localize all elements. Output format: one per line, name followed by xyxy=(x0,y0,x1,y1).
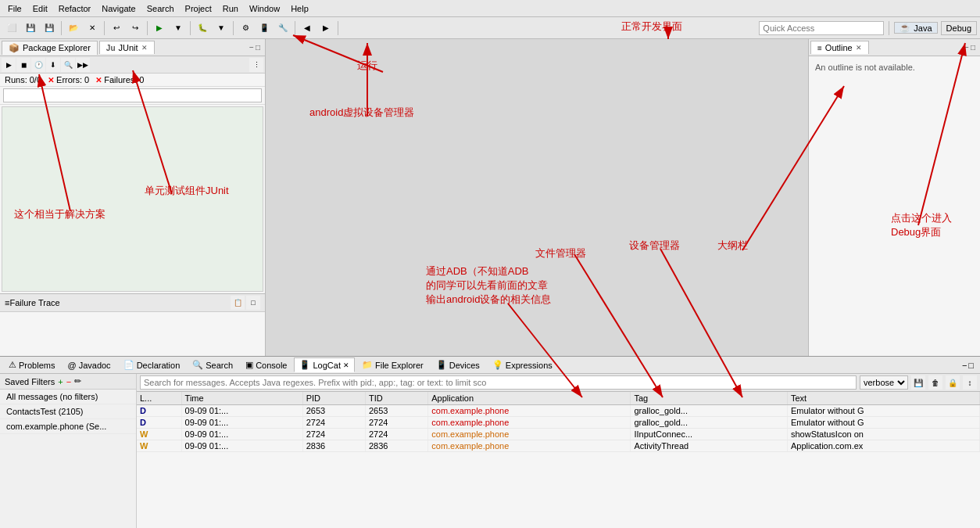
debug-run-btn[interactable]: 🐛 xyxy=(194,20,211,37)
logcat-filter-example[interactable]: com.example.phone (Se... xyxy=(0,419,136,434)
menu-edit[interactable]: Edit xyxy=(28,2,52,15)
menu-search[interactable]: Search xyxy=(142,2,179,15)
sep1 xyxy=(61,21,62,35)
left-panel-controls: − □ xyxy=(249,43,263,52)
junit-search-input[interactable] xyxy=(3,88,262,102)
tab-package-explorer[interactable]: 📦 Package Explorer xyxy=(2,41,98,55)
logcat-expand-btn[interactable]: ↕ xyxy=(963,375,977,390)
logcat-tab-close[interactable]: ✕ xyxy=(343,361,349,369)
logcat-save-btn[interactable]: 💾 xyxy=(911,375,925,390)
logcat-scroll[interactable]: L... Time PID TID Application Tag Text D… xyxy=(137,392,980,528)
logcat-filter-all[interactable]: All messages (no filters) xyxy=(0,390,136,404)
failures-icon: ✕ xyxy=(95,76,102,84)
debug-dropdown-btn[interactable]: ▼ xyxy=(213,20,230,37)
save-btn[interactable]: 💾 xyxy=(22,20,39,37)
failure-trace-max-btn[interactable]: □ xyxy=(246,296,260,310)
avd-btn[interactable]: 📱 xyxy=(256,20,273,37)
junit-more-btn[interactable]: ⋮ xyxy=(249,58,263,72)
minimize-right-btn[interactable]: − xyxy=(964,43,969,52)
junit-stats: Runs: 0/0 ✕ Errors: 0 ✕ Failures: 0 xyxy=(0,74,265,87)
debug-perspective-btn[interactable]: Debug xyxy=(941,21,977,35)
junit-history-btn[interactable]: 🕐 xyxy=(31,58,45,72)
tab-console[interactable]: ▣ Console xyxy=(240,357,292,372)
remove-filter-btn[interactable]: − xyxy=(66,377,71,386)
outline-icon: ≡ xyxy=(817,44,822,52)
sdk-btn[interactable]: 🔧 xyxy=(274,20,291,37)
problems-icon: ⚠ xyxy=(9,360,16,370)
profile-btn[interactable]: ⚙ xyxy=(237,20,254,37)
col-tag: Tag xyxy=(631,392,788,405)
logcat-sidebar: Saved Filters + − ✏ All messages (no fil… xyxy=(0,374,137,528)
junit-collapse-btn[interactable]: ▶▶ xyxy=(76,58,90,72)
sep6 xyxy=(295,21,295,35)
verbose-select[interactable]: verbose debug info warn error xyxy=(860,375,908,390)
junit-content-area xyxy=(2,106,263,292)
tab-search[interactable]: 🔍 Search xyxy=(187,357,238,372)
redo-btn[interactable]: ↪ xyxy=(127,20,144,37)
close-btn[interactable]: ✕ xyxy=(84,20,101,37)
table-row[interactable]: D 09-09 01:... 2724 2724 com.example.pho… xyxy=(137,417,980,429)
tab-file-explorer[interactable]: 📁 File Explorer xyxy=(356,357,429,372)
table-row[interactable]: D 09-09 01:... 2653 2653 com.example.pho… xyxy=(137,405,980,417)
save-all-btn[interactable]: 💾 xyxy=(41,20,58,37)
undo-btn[interactable]: ↩ xyxy=(108,20,125,37)
forward-btn[interactable]: ▶ xyxy=(317,20,334,37)
tab-problems[interactable]: ⚠ Problems xyxy=(3,357,60,372)
table-row[interactable]: W 09-09 01:... 2836 2836 com.example.pho… xyxy=(137,440,980,452)
tab-outline[interactable]: ≡ Outline ✕ xyxy=(810,41,869,54)
failure-trace-copy-btn[interactable]: 📋 xyxy=(231,296,245,310)
tab-expressions[interactable]: 💡 Expressions xyxy=(487,357,558,372)
menu-file[interactable]: File xyxy=(3,2,27,15)
cell-tid: 2653 xyxy=(365,405,427,417)
junit-stop-btn[interactable]: ◼ xyxy=(16,58,30,72)
tab-junit[interactable]: Ju JUnit ✕ xyxy=(99,41,155,54)
open-btn[interactable]: 📂 xyxy=(65,20,82,37)
sep4 xyxy=(190,21,191,35)
back-btn[interactable]: ◀ xyxy=(299,20,316,37)
add-filter-btn[interactable]: + xyxy=(58,377,63,386)
bottom-minimize-btn[interactable]: − xyxy=(962,361,967,370)
logcat-filter-contacts[interactable]: ContactsTest (2105) xyxy=(0,404,136,419)
logcat-scroll-lock-btn[interactable]: 🔒 xyxy=(946,375,960,390)
junit-run-btn[interactable]: ▶ xyxy=(2,58,16,72)
minimize-left-btn[interactable]: − xyxy=(249,43,254,52)
table-row[interactable]: W 09-09 01:... 2724 2724 com.example.pho… xyxy=(137,429,980,440)
cell-tag: ActivityThread xyxy=(631,440,788,452)
menubar: File Edit Refactor Navigate Search Proje… xyxy=(0,0,980,17)
logcat-search-input[interactable] xyxy=(140,375,857,390)
menu-window[interactable]: Window xyxy=(245,2,284,15)
left-tab-bar: 📦 Package Explorer Ju JUnit ✕ − □ xyxy=(0,39,265,56)
cell-text: Emulator without G xyxy=(788,417,980,429)
search-label: Search xyxy=(206,361,233,370)
quick-access-input[interactable] xyxy=(759,21,884,35)
run-dropdown-btn[interactable]: ▼ xyxy=(170,20,187,37)
junit-tab-close[interactable]: ✕ xyxy=(141,44,148,52)
tab-devices[interactable]: 📱 Devices xyxy=(431,357,485,372)
tab-javadoc[interactable]: @ Javadoc xyxy=(62,358,116,372)
cell-pid: 2836 xyxy=(302,440,365,452)
expressions-label: Expressions xyxy=(506,361,553,370)
outline-tab-close[interactable]: ✕ xyxy=(856,44,862,52)
tab-declaration[interactable]: 📄 Declaration xyxy=(118,357,186,372)
center-panel xyxy=(266,39,808,356)
java-perspective[interactable]: ☕ Java xyxy=(894,22,937,34)
menu-help[interactable]: Help xyxy=(286,2,313,15)
failure-trace-panel: ≡ Failure Trace 📋 □ xyxy=(0,293,265,356)
menu-project[interactable]: Project xyxy=(181,2,216,15)
menu-navigate[interactable]: Navigate xyxy=(97,2,140,15)
junit-filter-btn[interactable]: 🔍 xyxy=(61,58,75,72)
run-btn[interactable]: ▶ xyxy=(151,20,168,37)
new-btn[interactable]: ⬜ xyxy=(3,20,20,37)
menu-refactor[interactable]: Refactor xyxy=(54,2,96,15)
declaration-label: Declaration xyxy=(137,361,181,370)
maximize-right-btn[interactable]: □ xyxy=(971,43,975,52)
logcat-clear-btn[interactable]: 🗑 xyxy=(928,375,942,390)
bottom-tab-bar: ⚠ Problems @ Javadoc 📄 Declaration 🔍 Sea… xyxy=(0,357,980,374)
junit-scroll-btn[interactable]: ⬇ xyxy=(46,58,60,72)
maximize-left-btn[interactable]: □ xyxy=(256,43,260,52)
edit-filter-btn[interactable]: ✏ xyxy=(74,376,81,386)
tab-logcat[interactable]: 📱 LogCat ✕ xyxy=(294,357,354,372)
menu-run[interactable]: Run xyxy=(218,2,243,15)
bottom-maximize-btn[interactable]: □ xyxy=(968,361,974,370)
sep5 xyxy=(233,21,234,35)
